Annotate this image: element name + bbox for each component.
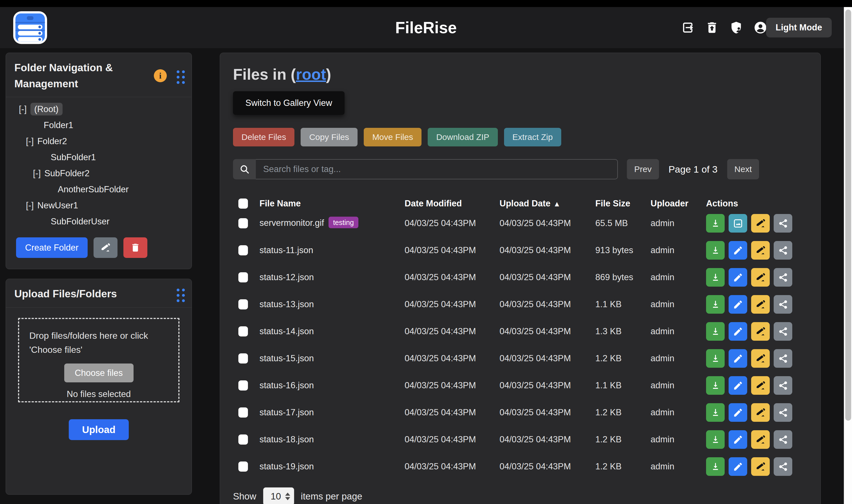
share-button[interactable] (774, 403, 792, 422)
download-button[interactable] (706, 403, 725, 422)
edit-button[interactable] (729, 457, 747, 476)
row-checkbox[interactable] (238, 299, 248, 309)
admin-panel-button[interactable] (729, 21, 743, 35)
column-file-name[interactable]: File Name (260, 198, 301, 209)
search-input[interactable] (256, 159, 618, 179)
row-checkbox[interactable] (238, 380, 248, 391)
filerise-logo[interactable] (13, 11, 48, 44)
folder-name[interactable]: SubFolder2 (45, 168, 90, 178)
folder-tree-item[interactable]: Folder1 (6, 117, 192, 133)
rename-button[interactable] (751, 403, 770, 422)
file-name[interactable]: status-18.json (260, 434, 314, 444)
edit-button[interactable] (729, 376, 747, 395)
tree-collapse-toggle[interactable]: [-] (26, 136, 34, 146)
share-button[interactable] (774, 457, 792, 476)
row-checkbox[interactable] (238, 408, 248, 417)
choose-files-button[interactable]: Choose files (64, 363, 134, 382)
folder-tree-item[interactable]: [-]NewUser1 (6, 197, 192, 213)
scrollbar-thumb[interactable] (845, 10, 851, 421)
folder-tree-item[interactable]: [-]Folder2 (6, 133, 192, 149)
file-name[interactable]: status-19.json (260, 462, 314, 471)
edit-button[interactable] (729, 349, 747, 368)
toolbar-button[interactable]: Copy Files (301, 128, 358, 146)
preview-button[interactable] (729, 214, 747, 233)
column-uploader[interactable]: Uploader (650, 198, 688, 209)
drag-handle-icon[interactable] (177, 289, 185, 302)
folder-name[interactable]: (Root) (31, 103, 63, 115)
download-button[interactable] (706, 268, 725, 287)
rename-button[interactable] (751, 241, 770, 259)
column-upload-date[interactable]: Upload Date▲ (500, 198, 561, 209)
folder-name[interactable]: SubFolder1 (51, 152, 96, 162)
folder-name[interactable]: SubFolderUser (51, 217, 109, 227)
download-button[interactable] (706, 214, 725, 233)
logout-button[interactable] (681, 21, 695, 35)
folder-tree-item[interactable]: AnotherSubFolder (6, 181, 192, 197)
share-button[interactable] (774, 322, 792, 341)
items-per-page-select[interactable]: 10 (263, 487, 294, 504)
folder-tree-item[interactable]: [-](Root) (6, 101, 192, 117)
rename-button[interactable] (751, 457, 770, 476)
rename-button[interactable] (751, 430, 770, 449)
info-icon[interactable]: i (154, 69, 167, 82)
root-link[interactable]: root (296, 66, 326, 83)
download-button[interactable] (706, 349, 725, 368)
share-button[interactable] (774, 430, 792, 449)
row-checkbox[interactable] (238, 434, 248, 445)
edit-button[interactable] (729, 322, 747, 341)
light-mode-button[interactable]: Light Mode (766, 18, 832, 37)
rename-button[interactable] (751, 295, 770, 314)
download-button[interactable] (706, 322, 725, 341)
file-name[interactable]: status-12.json (260, 272, 314, 282)
row-checkbox[interactable] (238, 218, 248, 228)
rename-button[interactable] (751, 268, 770, 287)
download-button[interactable] (706, 241, 725, 259)
tree-collapse-toggle[interactable]: [-] (19, 104, 27, 114)
rename-folder-button[interactable] (93, 237, 118, 258)
prev-page-button[interactable]: Prev (627, 159, 659, 179)
row-checkbox[interactable] (238, 462, 248, 472)
edit-button[interactable] (729, 403, 747, 422)
toolbar-button[interactable]: Move Files (364, 128, 421, 146)
share-button[interactable] (774, 376, 792, 395)
edit-button[interactable] (729, 295, 747, 314)
tree-collapse-toggle[interactable]: [-] (26, 200, 34, 210)
file-name[interactable]: status-11.json (260, 245, 313, 255)
rename-button[interactable] (751, 214, 770, 233)
delete-folder-button[interactable] (123, 237, 147, 258)
file-name[interactable]: servermonitor.gif (260, 218, 324, 228)
folder-tree-item[interactable]: SubFolder1 (6, 149, 192, 165)
folder-name[interactable]: Folder2 (37, 136, 67, 146)
download-button[interactable] (706, 376, 725, 395)
folder-tree-item[interactable]: SubFolderUser (6, 213, 192, 230)
folder-name[interactable]: Folder1 (44, 120, 73, 130)
account-button[interactable] (753, 21, 767, 35)
share-button[interactable] (774, 349, 792, 368)
upload-button[interactable]: Upload (69, 419, 129, 440)
file-dropzone[interactable]: Drop files/folders here or click 'Choose… (18, 318, 179, 402)
row-checkbox[interactable] (238, 353, 248, 363)
restore-trash-button[interactable] (705, 21, 719, 35)
download-button[interactable] (706, 430, 725, 449)
next-page-button[interactable]: Next (727, 159, 759, 179)
share-button[interactable] (774, 268, 792, 287)
share-button[interactable] (774, 241, 792, 259)
tree-collapse-toggle[interactable]: [-] (33, 168, 41, 178)
column-date-modified[interactable]: Date Modified (404, 198, 462, 209)
edit-button[interactable] (729, 430, 747, 449)
edit-button[interactable] (729, 268, 747, 287)
file-name[interactable]: status-16.json (260, 380, 314, 390)
rename-button[interactable] (751, 349, 770, 368)
page-scrollbar[interactable] (844, 7, 852, 504)
drag-handle-icon[interactable] (177, 70, 185, 84)
create-folder-button[interactable]: Create Folder (16, 237, 88, 258)
download-button[interactable] (706, 457, 725, 476)
toolbar-button[interactable]: Download ZIP (428, 128, 498, 146)
download-button[interactable] (706, 295, 725, 314)
switch-gallery-view-button[interactable]: Switch to Gallery View (233, 91, 345, 115)
edit-button[interactable] (729, 241, 747, 259)
rename-button[interactable] (751, 376, 770, 395)
select-all-checkbox[interactable] (238, 198, 248, 209)
share-button[interactable] (774, 214, 792, 233)
file-name[interactable]: status-15.json (260, 353, 314, 363)
